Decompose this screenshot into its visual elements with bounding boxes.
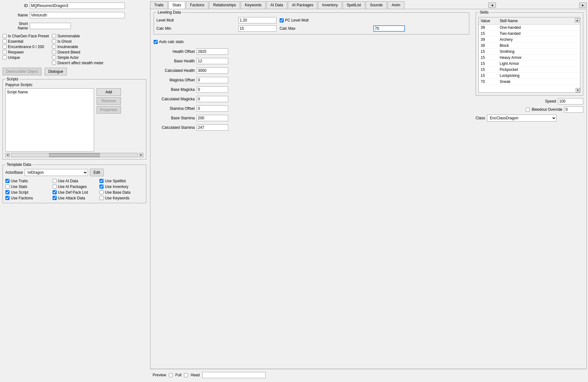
skills-scroll-area[interactable]: 39 One-handed 15 Two-handed 39 Archery bbox=[479, 25, 580, 88]
use-ai-data-checkbox[interactable] bbox=[53, 179, 57, 183]
id-input[interactable] bbox=[30, 3, 125, 9]
checkbox-unique[interactable]: Unique bbox=[3, 55, 49, 60]
pc-level-mult-checkbox-item[interactable]: PC Level Mult bbox=[280, 18, 370, 22]
calculated-stamina-input[interactable] bbox=[197, 124, 228, 131]
checkbox-use-stats[interactable]: Use Stats bbox=[5, 185, 49, 189]
tab-relationships[interactable]: Relationships bbox=[209, 1, 240, 9]
base-magicka-input[interactable] bbox=[197, 86, 228, 93]
checkbox-is-chargen[interactable]: Is CharGen Face Preset bbox=[3, 34, 49, 38]
simple-actor-checkbox[interactable] bbox=[52, 55, 56, 59]
is-chargen-checkbox[interactable] bbox=[3, 34, 7, 38]
tab-anim[interactable]: Anim bbox=[388, 1, 404, 9]
calculated-health-input[interactable] bbox=[197, 67, 228, 74]
tab-ai-packages[interactable]: AI Packages bbox=[288, 1, 317, 9]
skills-scroll-down-btn[interactable]: ▼ bbox=[576, 88, 580, 92]
use-keywords-checkbox[interactable] bbox=[99, 196, 104, 200]
tab-stats[interactable]: Stats bbox=[168, 1, 185, 9]
speed-input[interactable] bbox=[558, 98, 583, 104]
preview-full-checkbox[interactable] bbox=[169, 373, 173, 377]
auto-calc-stats-checkbox-item[interactable]: Auto calc stats bbox=[154, 40, 469, 44]
checkbox-simple-actor[interactable]: Simple Actor bbox=[52, 55, 103, 60]
class-select[interactable]: EncClassDragon bbox=[487, 115, 557, 122]
preview-head-checkbox[interactable] bbox=[184, 373, 188, 377]
checkbox-use-inventory[interactable]: Use Inventory bbox=[99, 185, 143, 189]
pc-level-mult-checkbox[interactable] bbox=[280, 18, 284, 22]
use-traits-checkbox[interactable] bbox=[5, 179, 9, 183]
scripts-list[interactable]: Script Name bbox=[5, 88, 94, 152]
tab-traits[interactable]: Traits bbox=[150, 1, 168, 9]
checkbox-use-keywords[interactable]: Use Keywords bbox=[99, 196, 143, 200]
dialogue-button[interactable]: Dialogue bbox=[45, 68, 66, 75]
checkbox-use-factions[interactable]: Use Factions bbox=[5, 196, 49, 200]
calculated-magicka-input[interactable] bbox=[197, 96, 228, 102]
checkbox-is-ghost[interactable]: Is Ghost bbox=[52, 39, 103, 44]
tab-inventory[interactable]: Inventory bbox=[318, 1, 342, 9]
level-mult-input[interactable] bbox=[238, 17, 276, 23]
use-factions-checkbox[interactable] bbox=[5, 196, 9, 200]
checkbox-use-traits[interactable]: Use Traits bbox=[5, 179, 49, 183]
actor-base-select[interactable]: lvlDragon bbox=[25, 169, 88, 176]
tab-nav-left-button[interactable]: ◄ bbox=[488, 3, 496, 8]
use-def-pack-list-checkbox[interactable] bbox=[53, 190, 57, 194]
bleedout-override-input[interactable] bbox=[564, 106, 583, 113]
auto-calc-stats-checkbox[interactable] bbox=[154, 40, 158, 44]
checkbox-stealth-meter[interactable]: Doesn't affect stealth meter bbox=[52, 61, 103, 65]
checkbox-use-base-data[interactable]: Use Base Data bbox=[99, 190, 143, 195]
checkbox-use-def-pack-list[interactable]: Use Def Pack List bbox=[53, 190, 97, 195]
scroll-right-btn[interactable]: ► bbox=[139, 153, 143, 157]
edit-button[interactable]: Edit bbox=[90, 169, 104, 176]
checkbox-use-ai-packages[interactable]: Use AI Packages bbox=[53, 185, 97, 189]
short-name-input[interactable] bbox=[30, 23, 71, 29]
checkbox-doesnt-bleed[interactable]: Doesnt Bleed bbox=[52, 50, 103, 54]
stealth-meter-checkbox[interactable] bbox=[52, 61, 56, 65]
checkbox-summonable[interactable]: Summonable bbox=[52, 34, 103, 38]
use-attack-data-checkbox[interactable] bbox=[53, 196, 57, 200]
preview-input[interactable] bbox=[202, 372, 266, 378]
skills-scroll-up-btn[interactable]: ▲ bbox=[575, 18, 579, 22]
tab-nav-right-button[interactable]: ► bbox=[579, 3, 587, 8]
checkbox-encumbrance[interactable]: Encumbrance 0 / 200 bbox=[3, 45, 49, 49]
summonable-checkbox[interactable] bbox=[52, 34, 56, 38]
use-script-checkbox[interactable] bbox=[5, 190, 9, 194]
use-base-data-checkbox[interactable] bbox=[99, 190, 104, 194]
checkbox-use-spelllist[interactable]: Use Spelllist bbox=[99, 179, 143, 183]
tab-factions[interactable]: Factions bbox=[186, 1, 208, 9]
tab-keywords[interactable]: Keywords bbox=[241, 1, 266, 9]
calc-min-input[interactable] bbox=[238, 25, 276, 32]
magicka-offset-input[interactable] bbox=[197, 77, 228, 83]
checkbox-essential[interactable]: Essential bbox=[3, 39, 49, 44]
invulnerable-checkbox[interactable] bbox=[52, 45, 56, 49]
tab-ai-data[interactable]: AI Data bbox=[266, 1, 287, 9]
use-ai-packages-checkbox[interactable] bbox=[53, 185, 57, 189]
remove-script-button[interactable]: Remove bbox=[97, 97, 121, 105]
skill-name-light-armor: Light Armor bbox=[498, 61, 580, 66]
checkbox-use-ai-data[interactable]: Use AI Data bbox=[53, 179, 97, 183]
encumbrance-checkbox[interactable] bbox=[3, 45, 7, 49]
add-script-button[interactable]: Add bbox=[97, 88, 121, 96]
destructible-object-button[interactable]: Destructible Object bbox=[3, 68, 41, 75]
unique-checkbox[interactable] bbox=[3, 55, 7, 59]
health-offset-input[interactable] bbox=[197, 48, 228, 55]
tab-spelllist[interactable]: SpellList bbox=[343, 1, 365, 9]
doesnt-bleed-checkbox[interactable] bbox=[52, 50, 56, 54]
checkbox-invulnerable[interactable]: Invulnerable bbox=[52, 45, 103, 49]
checkbox-use-attack-data[interactable]: Use Attack Data bbox=[53, 196, 97, 200]
scroll-track[interactable] bbox=[11, 153, 138, 157]
scroll-left-btn[interactable]: ◄ bbox=[5, 153, 10, 157]
name-input[interactable] bbox=[30, 12, 125, 18]
essential-checkbox[interactable] bbox=[3, 39, 7, 43]
is-ghost-checkbox[interactable] bbox=[52, 39, 56, 43]
calc-max-input[interactable] bbox=[373, 25, 405, 32]
base-stamina-input[interactable] bbox=[197, 115, 228, 121]
tab-sounds[interactable]: Sounds bbox=[366, 1, 387, 9]
properties-script-button[interactable]: Properties bbox=[97, 106, 121, 114]
checkbox-respawn[interactable]: Respawn bbox=[3, 50, 49, 54]
base-health-input[interactable] bbox=[197, 58, 228, 64]
stamina-offset-input[interactable] bbox=[197, 105, 228, 112]
respawn-checkbox[interactable] bbox=[3, 50, 7, 54]
checkbox-use-script[interactable]: Use Script bbox=[5, 190, 49, 195]
use-inventory-checkbox[interactable] bbox=[99, 185, 104, 189]
use-stats-checkbox[interactable] bbox=[5, 185, 9, 189]
use-spelllist-checkbox[interactable] bbox=[99, 179, 104, 183]
bleedout-override-checkbox[interactable] bbox=[526, 108, 530, 112]
